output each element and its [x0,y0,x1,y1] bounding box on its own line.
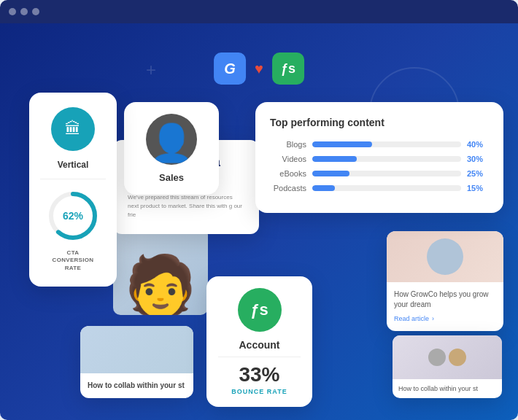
account-card: ƒs Account 33% BOUNCE RATE [206,276,312,407]
bar-pct-blogs: 40% [467,140,489,149]
mini-avatar-2 [449,349,466,366]
bar-track-podcasts [312,185,461,191]
bar-row-podcasts: Podcasts 15% [270,184,489,192]
mini-avatar-1 [428,349,446,366]
bar-row-blogs: Blogs 40% [270,140,489,149]
article-person-img [427,238,463,275]
vertical-title: Vertical [40,160,106,170]
sales-avatar: 👤 [146,114,197,165]
account-name: Account [218,339,301,351]
cta-container: 62% CTACONVERSIONRATE [40,187,106,272]
fisolve-body: We've prepared this stream of resources … [128,193,244,219]
bar-pct-ebooks: 25% [467,169,489,178]
bar-fill-podcasts [312,185,335,191]
article-card: How GrowCo helps you grow your dream Rea… [387,231,503,331]
read-more-link[interactable]: Read article [394,314,429,324]
collab-card: How to collab within your st [80,326,193,398]
card-divider [40,179,106,179]
main-background: G ♥ ƒs 🏛 Vertical 62% [0,23,518,420]
sales-card: 👤 Sales [124,102,219,195]
top-content-card: Top performing content Blogs 40% Videos … [255,102,503,213]
account-divider [218,357,301,357]
bar-label-podcasts: Podcasts [270,184,306,192]
bar-fill-videos [312,156,357,162]
person-silhouette-icon: 🧑 [124,257,197,315]
collab-text: How to collab within your st [80,373,193,398]
top-content-title: Top performing content [270,117,489,128]
bar-track-videos [312,156,461,162]
bar-fill-blogs [312,141,372,147]
vertical-card: 🏛 Vertical 62% CTACONVERSIONRATE [29,93,117,287]
bar-pct-podcasts: 15% [467,184,489,192]
bg-person-image: 🧑 [113,228,208,315]
circle-text: 62% [63,210,83,222]
logo-area: G ♥ ƒs [214,52,304,85]
bar-label-videos: Videos [270,155,306,163]
article2-image [393,335,502,379]
bounce-label: BOUNCE RATE [218,388,301,395]
bounce-percent: 33% [218,363,301,386]
bar-track-blogs [312,141,461,147]
grammarly-logo: G [214,52,246,85]
browser-dot-yellow [20,8,28,15]
cta-label: CTACONVERSIONRATE [53,249,94,272]
bar-track-ebooks [312,171,461,176]
heart-icon: ♥ [255,61,263,77]
article2-card: How to collab within your st [393,335,502,398]
fisolve-logo: ƒs [272,52,304,85]
avatar-silhouette-icon: 👤 [149,125,194,161]
browser-dot-green [32,8,39,15]
cta-percent: 62% [63,210,83,222]
cta-circle: 62% [44,187,102,245]
arrow-icon: › [432,314,434,324]
building-icon-bg: 🏛 [51,107,95,151]
building-icon: 🏛 [65,120,81,139]
bar-row-videos: Videos 30% [270,155,489,163]
browser-chrome [0,0,518,23]
account-logo: ƒs [238,288,282,332]
bar-label-ebooks: eBooks [270,169,306,178]
article2-people [428,349,466,366]
read-more-row: Read article › [394,314,496,324]
bar-fill-ebooks [312,171,349,176]
sales-name: Sales [136,172,207,183]
collab-image [80,326,193,373]
bar-row-ebooks: eBooks 25% [270,169,489,178]
bar-label-blogs: Blogs [270,140,306,149]
browser-window: G ♥ ƒs 🏛 Vertical 62% [0,0,518,420]
article-text: How GrowCo helps you grow your dream Rea… [387,282,503,331]
article-image [387,231,503,282]
bar-pct-videos: 30% [467,155,489,163]
article2-text: How to collab within your st [393,379,502,398]
browser-dot-red [9,8,16,15]
